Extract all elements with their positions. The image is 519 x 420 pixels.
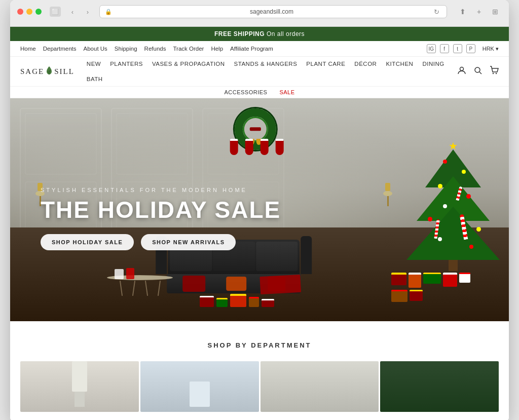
dept-card-1[interactable] xyxy=(20,361,139,412)
right-sconce xyxy=(383,183,392,206)
grid-button[interactable]: ⊞ xyxy=(489,7,502,17)
reload-button[interactable]: ↻ xyxy=(431,7,441,17)
currency-selector[interactable]: HRK ▾ xyxy=(483,46,499,52)
browser-chrome: ⬜ ‹ › 🔒 sageandsill.com ↻ ⬆ + ⊞ xyxy=(10,0,509,27)
dept-card-2[interactable] xyxy=(140,361,259,412)
shop-dept-title: SHOP BY DEPARTMENT xyxy=(20,341,499,349)
nav-buttons: ‹ › xyxy=(66,7,94,17)
nav-planters[interactable]: PLANTERS xyxy=(110,61,143,67)
browser-actions: ⬆ + ⊞ xyxy=(456,7,502,17)
nav-bath[interactable]: BATH xyxy=(87,76,103,82)
hero-subtitle: STYLISH ESSENTIALS FOR THE MODERN HOME xyxy=(41,187,281,193)
instagram-icon[interactable]: IG xyxy=(427,44,436,53)
svg-point-6 xyxy=(493,73,494,74)
promo-regular-text: On all orders xyxy=(265,30,305,37)
account-icon[interactable] xyxy=(457,66,466,77)
nav-decor[interactable]: DÉCOR xyxy=(354,61,377,67)
hero-title: THE HOLIDAY SALE xyxy=(41,197,281,223)
logo-part2: SILL xyxy=(54,67,75,76)
svg-point-3 xyxy=(460,67,464,71)
svg-rect-9 xyxy=(25,113,96,174)
search-icon[interactable] xyxy=(473,66,483,77)
nav-kitchen[interactable]: KITCHEN xyxy=(386,61,413,67)
dept-grid xyxy=(20,361,499,412)
nav-sale[interactable]: SALE xyxy=(279,89,294,95)
shop-holiday-sale-button[interactable]: SHOP HOLIDAY SALE xyxy=(41,234,134,250)
nav-link-track[interactable]: Track Order xyxy=(173,46,204,52)
nav-link-help[interactable]: Help xyxy=(211,46,223,52)
promo-bar: FREE SHIPPING On all orders xyxy=(10,27,509,41)
main-nav-row1: SAGE SILL NEW PLANTERS VASES & PRO xyxy=(10,57,509,86)
svg-rect-12 xyxy=(117,113,188,174)
logo-part1: SAGE xyxy=(20,67,44,76)
nav-link-affiliate[interactable]: Affiliate Program xyxy=(230,46,273,52)
floor-gifts xyxy=(200,294,274,307)
maximize-button[interactable] xyxy=(35,9,42,15)
christmas-tree: ★ xyxy=(406,140,500,302)
pinterest-icon[interactable]: P xyxy=(466,44,475,53)
url-text: sageandsill.com xyxy=(115,8,428,15)
main-nav-links: NEW PLANTERS VASES & PROPAGATION STANDS … xyxy=(87,61,457,82)
hero-section: ★ xyxy=(10,98,509,321)
dept-card-3[interactable] xyxy=(261,361,379,412)
browser-controls: ⬜ ‹ › 🔒 sageandsill.com ↻ ⬆ + ⊞ xyxy=(17,5,502,18)
traffic-lights xyxy=(17,9,42,15)
nav-link-about[interactable]: About Us xyxy=(84,46,107,52)
shop-new-arrivals-button[interactable]: SHOP NEW ARRIVALS xyxy=(141,234,236,250)
nav-stands[interactable]: STANDS & HANGERS xyxy=(234,61,298,67)
nav-link-home[interactable]: Home xyxy=(20,46,36,52)
main-nav-wrapper: SAGE SILL NEW PLANTERS VASES & PRO xyxy=(10,57,509,98)
nav-link-refunds[interactable]: Refunds xyxy=(144,46,166,52)
main-nav-row2: ACCESSORIES SALE xyxy=(10,86,509,98)
nav-plant-care[interactable]: PLANT CARE xyxy=(306,61,345,67)
nav-link-shipping[interactable]: Shipping xyxy=(115,46,137,52)
lock-icon: 🔒 xyxy=(105,9,112,15)
hero-buttons: SHOP HOLIDAY SALE SHOP NEW ARRIVALS xyxy=(41,234,281,250)
stockings xyxy=(230,139,284,155)
social-icons: IG f t P HRK ▾ xyxy=(427,44,499,53)
twitter-icon[interactable]: t xyxy=(453,44,462,53)
sidebar-toggle[interactable]: ⬜ xyxy=(50,7,61,17)
svg-line-5 xyxy=(479,72,481,74)
nav-icons xyxy=(457,66,499,77)
browser-window: ⬜ ‹ › 🔒 sageandsill.com ↻ ⬆ + ⊞ FREE SHI… xyxy=(10,0,509,420)
nav-link-departments[interactable]: Departments xyxy=(43,46,77,52)
add-tab-button[interactable]: + xyxy=(472,7,486,17)
site-content: FREE SHIPPING On all orders NEW Home Dep… xyxy=(10,27,509,420)
svg-point-7 xyxy=(496,73,497,74)
address-bar[interactable]: 🔒 sageandsill.com ↻ xyxy=(99,5,447,18)
forward-button[interactable]: › xyxy=(81,7,94,17)
cart-icon[interactable] xyxy=(490,66,499,77)
coffee-table xyxy=(107,275,173,296)
nav-accessories[interactable]: ACCESSORIES xyxy=(224,89,267,95)
share-button[interactable]: ⬆ xyxy=(456,7,469,17)
logo-leaf-icon xyxy=(46,66,53,77)
logo[interactable]: SAGE SILL xyxy=(20,66,75,77)
back-button[interactable]: ‹ xyxy=(66,7,79,17)
hero-text: STYLISH ESSENTIALS FOR THE MODERN HOME T… xyxy=(41,187,281,250)
dept-card-4[interactable] xyxy=(380,361,499,412)
view-buttons: ⬜ xyxy=(50,7,61,17)
utility-nav-links: NEW Home Departments About Us Shipping R… xyxy=(20,46,273,52)
utility-nav: NEW Home Departments About Us Shipping R… xyxy=(10,41,509,57)
facebook-icon[interactable]: f xyxy=(440,44,449,53)
shop-by-department: SHOP BY DEPARTMENT xyxy=(10,321,509,420)
nav-new[interactable]: NEW xyxy=(87,61,101,67)
minimize-button[interactable] xyxy=(26,9,32,15)
close-button[interactable] xyxy=(17,9,23,15)
promo-bold-text: FREE SHIPPING xyxy=(214,30,265,37)
nav-dining[interactable]: DINING xyxy=(422,61,444,67)
nav-vases[interactable]: VASES & PROPAGATION xyxy=(152,61,225,67)
svg-point-4 xyxy=(475,67,480,72)
